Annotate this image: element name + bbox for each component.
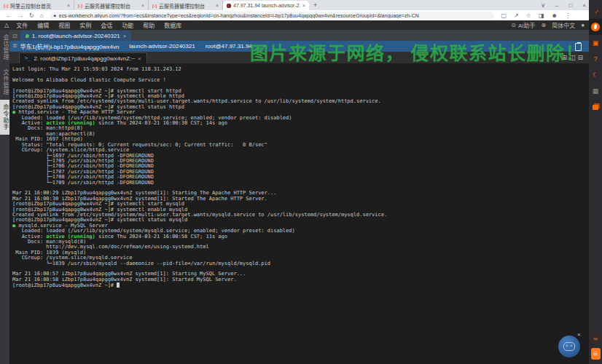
url-text: ecs-workbench.aliyun.com/?from=ecs&insta…: [59, 13, 419, 18]
session-tab-row: ⊡ 1. root@launch-advisor-20240321 ×: [9, 30, 602, 41]
share-icon[interactable]: ↗: [514, 12, 519, 19]
instance-login: root@47.97.31.94: [206, 43, 252, 50]
ai-assistant-icon: ⊙: [511, 22, 516, 28]
terminal-tab-close-icon[interactable]: ×: [138, 55, 141, 62]
tab-close-icon[interactable]: ×: [302, 3, 305, 8]
browser-tabs: [-]阿里云控制台首页×[-]云服务器管理控制台×[-]云服务器管理控制台×47…: [0, 0, 309, 10]
fullscreen-icon[interactable]: ↔: [589, 3, 602, 19]
profile-icon[interactable]: ☻: [552, 12, 558, 19]
feedback-icon[interactable]: [589, 99, 602, 115]
terminal-tab[interactable]: >_ 2. root@iZbp17p8uu4qapgg0wx4vnZ:~ ×: [19, 52, 147, 63]
terminal-line: Docs: man:httpd(8): [12, 126, 602, 131]
terminal-line: Active: active (running) since Thu 2024-…: [12, 121, 602, 126]
tab-close-icon[interactable]: ×: [67, 3, 70, 8]
overflow-menu-icon[interactable]: ⋮: [565, 12, 571, 19]
qrcode-icon[interactable]: ▦: [589, 83, 602, 99]
help-icon[interactable]: ?: [589, 51, 602, 67]
app-box-icon[interactable]: ▣: [589, 35, 602, 51]
bookmark-star-icon[interactable]: ☆: [526, 12, 531, 19]
workbench-app: △ 文件编辑视图实例会话功能帮助数据库 ⊙AI助手 ⊕ 简体中文 ● 会话管理文…: [0, 20, 602, 364]
terminal-line: └─1839 /usr/sbin/mysqld --daemonize --pi…: [12, 261, 602, 266]
new-tab-button[interactable]: +: [313, 1, 317, 10]
split-horizontal-icon[interactable]: ⊟: [577, 55, 583, 61]
assistant-close-icon[interactable]: ×: [577, 331, 581, 338]
split-layout-icons: ⊞◫⊟: [561, 55, 583, 61]
robot-face-icon: [563, 342, 575, 351]
terminal-line: man:apachectl(8): [12, 132, 602, 137]
language-switcher[interactable]: 简体中文: [552, 21, 575, 29]
instance-leaf-icon: [26, 34, 29, 38]
theme-moon-icon[interactable]: ☾: [589, 67, 602, 83]
close-icon[interactable]: ×: [582, 2, 586, 9]
forward-icon[interactable]: →: [17, 12, 23, 19]
session-tab-close-icon[interactable]: ×: [123, 33, 127, 39]
left-vertical-tab-1[interactable]: 会话管理: [0, 30, 9, 65]
terminal-tab-label: 2. root@iZbp17p8uu4qapgg0wx4vnZ:~: [34, 55, 135, 62]
menu-item-编辑[interactable]: 编辑: [37, 21, 49, 29]
back-icon[interactable]: ←: [6, 12, 12, 19]
menu-item-功能[interactable]: 功能: [122, 21, 133, 29]
menu-right: ⊙AI助手 ⊕ 简体中文 ●: [511, 20, 585, 30]
globe-icon[interactable]: ⊕: [541, 22, 546, 28]
browser-tab-title: 云服务器管理控制台: [85, 2, 139, 9]
browser-tab-title: 47.97.31.94 launch-advisor-2...: [233, 3, 300, 8]
terminal-line: Welcome to Alibaba Cloud Elastic Compute…: [12, 78, 602, 83]
browser-tab-title: 阿里云控制台首页: [10, 2, 65, 9]
terminal-output[interactable]: Last login: Thu Mar 21 15:59:03 2024 fro…: [9, 63, 602, 364]
device-icon[interactable]: ▢: [501, 12, 507, 19]
maximize-icon[interactable]: □: [568, 2, 572, 9]
terminal-line: └─1709 /usr/sbin/httpd -DFOREGROUND: [12, 181, 602, 186]
terminal-line: Active: active (running) since Thu 2024-…: [12, 234, 602, 240]
instance-info-bar[interactable]: ≣ 华东1(杭州)i-bp17p8uu4qapgg0wx4vn launch-a…: [9, 41, 602, 52]
left-vertical-tab-3[interactable]: 命令助手: [0, 100, 9, 135]
instance-region-id: 华东1(杭州)i-bp17p8uu4qapgg0wx4vn: [20, 42, 120, 50]
browser-action-icons: ▢↗☆◨☻⋮: [501, 12, 571, 19]
user-icon[interactable]: ●: [581, 22, 585, 28]
browser-tab-3[interactable]: [-]云服务器管理控制台×: [149, 1, 223, 10]
right-overlay-toolbar: ↔▣?☾▦∞☰: [589, 0, 602, 364]
split-add-icon[interactable]: ⊞: [561, 55, 567, 61]
browser-tab-2[interactable]: [-]云服务器管理控制台×: [74, 1, 149, 10]
terminal-line: http://dev.mysql.com/doc/refman/en/using…: [12, 245, 602, 250]
left-vertical-tabbar: 会话管理文件管理命令助手: [0, 30, 9, 364]
browser-tab-title: 云服务器管理控制台: [159, 2, 214, 9]
home-icon[interactable]: ⌂: [40, 12, 44, 19]
browser-tab-4[interactable]: 47.97.31.94 launch-advisor-2...×: [223, 1, 309, 10]
menu-item-会话[interactable]: 会话: [101, 21, 112, 29]
workbench-logo: △: [4, 22, 9, 28]
minimize-icon[interactable]: –: [555, 2, 558, 9]
terminal-tab-row: >_ 2. root@iZbp17p8uu4qapgg0wx4vnZ:~ × ⊞…: [9, 52, 602, 63]
panel-toggle-icon[interactable]: ⊡: [12, 33, 17, 39]
menu-item-视图[interactable]: 视图: [58, 21, 70, 29]
reload-icon[interactable]: ↻: [29, 12, 34, 19]
browser-tab-bar: [-]阿里云控制台首页×[-]云服务器管理控制台×[-]云服务器管理控制台×47…: [0, 0, 602, 10]
tab-close-icon[interactable]: ×: [216, 3, 219, 8]
promo-badge-icon[interactable]: ☰: [591, 348, 601, 360]
terminal-prompt-icon: >_: [25, 55, 31, 61]
content-column: ⊡ 1. root@launch-advisor-20240321 × ≣ 华东…: [9, 30, 602, 364]
address-bar[interactable]: ■ ecs-workbench.aliyun.com/?from=ecs&ins…: [50, 12, 494, 20]
session-tab[interactable]: 1. root@launch-advisor-20240321 ×: [20, 31, 132, 41]
sidepanel-icon[interactable]: ◨: [539, 12, 544, 19]
workbench-flame-icon[interactable]: [589, 19, 602, 35]
link-circle-icon[interactable]: ∞: [590, 333, 601, 344]
browser-toolbar: ← → ↻ ⌂ ■ ecs-workbench.aliyun.com/?from…: [0, 10, 602, 20]
terminal-line: Mar 21 16:00:58 iZbp17p8uu4qapgg0wx4vnZ …: [12, 277, 602, 282]
connection-bolt-icon: ⚡: [262, 44, 266, 50]
paste-icon[interactable]: [575, 43, 582, 51]
assistant-floating-button[interactable]: [558, 336, 580, 357]
menu-item-数据库[interactable]: 数据库: [164, 21, 181, 29]
split-vertical-icon[interactable]: ◫: [569, 55, 576, 61]
ai-assistant-button[interactable]: ⊙AI助手: [511, 21, 535, 29]
terminal-line: Last login: Thu Mar 21 15:59:03 2024 fro…: [12, 67, 602, 72]
window-controls: ∨–□×: [541, 0, 586, 10]
menu-item-文件[interactable]: 文件: [16, 21, 28, 29]
browser-tab-1[interactable]: [-]阿里云控制台首页×: [0, 1, 74, 10]
instance-name: launch-advisor-20240321: [129, 43, 195, 50]
menu-item-帮助[interactable]: 帮助: [143, 21, 155, 29]
chrome-menu-icon[interactable]: ∨: [541, 2, 545, 9]
left-vertical-tab-2[interactable]: 文件管理: [0, 65, 9, 100]
instance-list-icon[interactable]: ≣: [12, 42, 17, 49]
tab-close-icon[interactable]: ×: [141, 3, 144, 8]
menu-item-实例[interactable]: 实例: [79, 21, 91, 29]
